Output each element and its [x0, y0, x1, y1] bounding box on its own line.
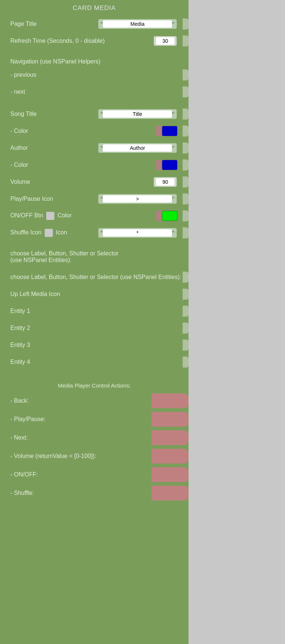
song-title-label: Song Title	[10, 111, 98, 117]
connector-author	[183, 142, 189, 154]
divider-1	[0, 49, 189, 55]
connector-entity1	[183, 289, 189, 300]
row-author-color: - Color	[0, 156, 189, 173]
author-color-swatch[interactable]	[162, 160, 177, 170]
action-row-next: - Next:	[0, 428, 189, 447]
onoff-toggle-indicator	[46, 212, 54, 220]
row-next: - next	[0, 83, 189, 100]
song-color-swatch[interactable]	[162, 126, 177, 136]
row-entity3: Entity 2	[0, 320, 189, 337]
row-entity1: Up Left Media Icon	[0, 286, 189, 303]
action-row-shuffle: - Shuffle:	[0, 484, 189, 502]
onoff-color-swatch[interactable]	[162, 211, 177, 221]
row-volume: Volume	[0, 173, 189, 190]
choose-text-label: choose Label, Button, Shutter or Selecto…	[10, 250, 184, 264]
row-entity2: Entity 1	[0, 303, 189, 320]
connector-action-back	[152, 393, 189, 408]
volume-label: Volume	[10, 179, 154, 185]
connector-entity2	[183, 306, 189, 317]
connector-shuffle	[183, 227, 189, 238]
entity1-label: Up Left Media Icon	[10, 291, 184, 297]
connector-entity5	[183, 357, 189, 368]
color-connector-author	[156, 160, 161, 170]
open-quote-shuffle: "	[101, 230, 103, 236]
volume-input[interactable]	[156, 178, 174, 186]
shuffle-toggle-indicator	[45, 229, 53, 237]
close-quote-play: "	[172, 196, 174, 202]
entity5-label: Entity 4	[10, 359, 184, 365]
row-author: Author " "	[0, 140, 189, 156]
open-quote-song: "	[101, 111, 103, 117]
author-input[interactable]	[103, 144, 172, 152]
open-quote-author: "	[101, 145, 103, 151]
refresh-time-input[interactable]	[156, 37, 174, 45]
play-pause-input[interactable]	[103, 195, 172, 203]
author-color-label: - Color	[10, 162, 156, 168]
connector-play-pause	[183, 193, 189, 204]
connector-up-left-media	[183, 272, 189, 283]
connector-refresh	[183, 35, 189, 47]
connector-author-color	[183, 159, 189, 171]
connector-next	[183, 86, 189, 97]
divider-2	[0, 100, 189, 106]
shuffle-icon-label: Shuffle Icon Icon	[10, 229, 98, 237]
navigation-header: Navigation (use NSPanel Helpers)	[0, 55, 189, 66]
connector-volume	[183, 176, 189, 187]
connector-entity3	[183, 323, 189, 334]
connector-action-next	[152, 430, 189, 445]
previous-label: - previous	[10, 72, 184, 78]
page-title-input-box: " "	[98, 19, 177, 29]
volume-input-box	[154, 177, 177, 187]
row-refresh-time: Refresh Time (Seconds, 0 - disable)	[0, 32, 189, 49]
color-connector-onoff	[156, 211, 161, 221]
author-input-box: " "	[98, 143, 177, 153]
shuffle-input-box: " "	[98, 228, 177, 238]
close-quote-author: "	[172, 145, 174, 151]
play-pause-input-box: " "	[98, 194, 177, 204]
row-onoff-btn: ON/OFF Btn Color	[0, 207, 189, 224]
up-left-media-label: choose Label, Button, Shutter or Selecto…	[10, 274, 184, 280]
main-panel: CARD MEDIA Page Title " " Refresh Time (…	[0, 0, 189, 644]
navigation-label: Navigation (use NSPanel Helpers)	[10, 58, 101, 65]
author-label: Author	[10, 145, 98, 151]
row-play-pause-icon: Play/Pause Icon " "	[0, 190, 189, 207]
song-title-input[interactable]	[103, 110, 172, 118]
connector-action-play-pause	[152, 412, 189, 427]
row-song-color: - Color	[0, 123, 189, 140]
entity3-label: Entity 2	[10, 325, 184, 331]
divider-3	[0, 241, 189, 247]
action-row-onoff: - ON/OFF:	[0, 465, 189, 484]
actions-section: Media Player Control Actions: - Back: - …	[0, 376, 189, 502]
row-entity4: Entity 3	[0, 337, 189, 354]
row-previous: - previous	[0, 66, 189, 83]
open-quote: "	[101, 21, 103, 27]
song-title-input-box: " "	[98, 109, 177, 119]
row-page-title: Page Title " "	[0, 16, 189, 32]
action-row-play-pause: - Play/Pause:	[0, 410, 189, 428]
row-shuffle-icon: Shuffle Icon Icon " "	[0, 224, 189, 241]
entity4-label: Entity 3	[10, 342, 184, 348]
connector-action-onoff	[152, 467, 189, 482]
close-quote-shuffle: "	[172, 230, 174, 236]
row-up-left-media: choose Label, Button, Shutter or Selecto…	[0, 269, 189, 286]
divider-4	[0, 371, 189, 376]
row-song-title: Song Title " "	[0, 106, 189, 123]
panel-title: CARD MEDIA	[0, 0, 189, 16]
shuffle-input[interactable]	[103, 229, 172, 237]
connector-action-shuffle	[152, 486, 189, 500]
connector-action-volume	[152, 449, 189, 464]
row-entity5: Entity 4	[0, 354, 189, 371]
page-title-input[interactable]	[103, 20, 172, 28]
connector-song-color	[183, 125, 189, 137]
connector-onoff	[183, 210, 189, 221]
action-row-back: - Back:	[0, 392, 189, 410]
close-quote-song: "	[172, 111, 174, 117]
connector-song-title	[183, 109, 189, 120]
action-row-volume: - Volume (returnValue = [0-100]):	[0, 447, 189, 465]
connector-previous	[183, 69, 189, 80]
bottom-padding	[0, 502, 189, 510]
entity2-label: Entity 1	[10, 308, 184, 314]
close-quote: "	[172, 21, 174, 27]
connector-page-title	[183, 18, 189, 30]
play-pause-icon-label: Play/Pause Icon	[10, 196, 98, 202]
